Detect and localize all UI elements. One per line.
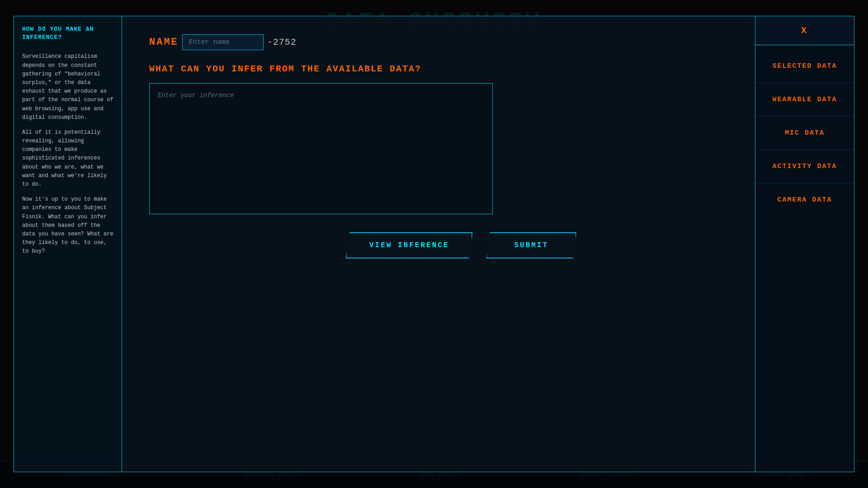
submit-button[interactable]: SUBMIT: [486, 232, 576, 258]
nav-item-camera-data[interactable]: CAMERA DATA: [755, 183, 854, 216]
right-nav-panel: X SELECTED DATA WEARABLE DATA MIC DATA A…: [755, 16, 854, 472]
modal-wrapper: HOW DO YOU MAKE AN INFERENCE? Surveillan…: [14, 16, 854, 472]
left-info-panel: HOW DO YOU MAKE AN INFERENCE? Surveillan…: [14, 16, 122, 472]
nav-item-wearable-data[interactable]: WEARABLE DATA: [755, 83, 854, 117]
left-panel-body: Surveillance capitalism depends on the c…: [22, 52, 113, 262]
name-suffix: -2752: [267, 37, 297, 47]
nav-item-mic-data[interactable]: MIC DATA: [755, 117, 854, 150]
left-paragraph-1: Surveillance capitalism depends on the c…: [22, 52, 113, 122]
left-paragraph-2: All of it is potentially revealing, allo…: [22, 128, 113, 189]
nav-item-activity-data[interactable]: ACTIVITY DATA: [755, 150, 854, 183]
button-row: VIEW INFERENCE SUBMIT: [346, 232, 576, 258]
center-main-panel: NAME -2752 WHAT CAN YOU INFER FROM THE A…: [122, 16, 755, 472]
name-label: NAME: [149, 37, 179, 48]
left-paragraph-3: Now it's up to you to make an inference …: [22, 195, 113, 256]
nav-item-selected-data[interactable]: SELECTED DATA: [755, 50, 854, 83]
inference-textarea[interactable]: [149, 83, 493, 214]
left-panel-title: HOW DO YOU MAKE AN INFERENCE?: [22, 25, 113, 42]
name-row: NAME -2752: [149, 34, 297, 50]
question-title: WHAT CAN YOU INFER FROM THE AVAILABLE DA…: [149, 64, 421, 74]
data-nav: SELECTED DATA WEARABLE DATA MIC DATA ACT…: [755, 45, 854, 472]
name-input[interactable]: [182, 34, 264, 50]
view-inference-button[interactable]: VIEW INFERENCE: [346, 232, 472, 258]
close-button[interactable]: X: [755, 16, 854, 45]
